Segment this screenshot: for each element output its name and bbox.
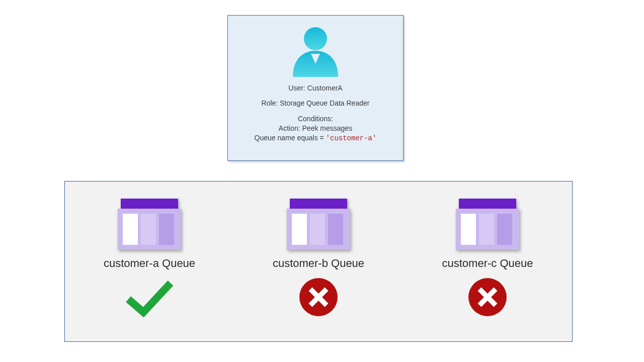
queue-column: customer-b Queue [253,197,384,317]
svg-rect-9 [310,214,325,245]
svg-rect-4 [141,214,156,245]
svg-rect-8 [292,214,307,245]
user-icon [288,22,343,77]
user-line: User: CustomerA [228,84,403,92]
queue-column: customer-a Queue [84,197,215,317]
svg-rect-16 [461,214,476,245]
checkmark-icon [124,277,175,317]
queue-label: customer-a Queue [84,257,215,270]
user-name: CustomerA [307,84,343,92]
role-line: Role: Storage Queue Data Reader [228,99,403,107]
svg-rect-17 [479,214,494,245]
role-label-prefix: Role: [262,99,280,107]
condition-action: Action: Peek messages [228,124,403,133]
condition-prefix: Queue name equals = [255,134,326,142]
svg-rect-1 [121,199,178,209]
svg-rect-18 [497,214,512,245]
condition-value: 'customer-a' [326,134,377,142]
conditions-block: Conditions: Action: Peek messages Queue … [228,114,403,143]
svg-rect-3 [123,214,138,245]
condition-expression: Queue name equals = 'customer-a' [228,133,403,143]
user-label-prefix: User: [288,84,307,92]
svg-rect-5 [159,214,174,245]
queue-icon [117,197,182,252]
user-role-card: User: CustomerA Role: Storage Queue Data… [227,15,404,161]
queue-icon [455,197,520,252]
svg-rect-10 [328,214,343,245]
svg-point-0 [304,27,327,50]
diagram-stage: User: CustomerA Role: Storage Queue Data… [0,0,644,362]
deny-icon [462,277,513,317]
queue-column: customer-c Queue [422,197,553,317]
conditions-heading: Conditions: [228,114,403,124]
queues-panel: customer-a Queue customer-b Queue [64,181,573,342]
queue-label: customer-c Queue [422,257,553,270]
queue-icon [286,197,351,252]
queue-label: customer-b Queue [253,257,384,270]
role-name: Storage Queue Data Reader [280,99,369,107]
deny-icon [293,277,344,317]
svg-rect-6 [290,199,347,209]
svg-rect-14 [459,199,516,209]
